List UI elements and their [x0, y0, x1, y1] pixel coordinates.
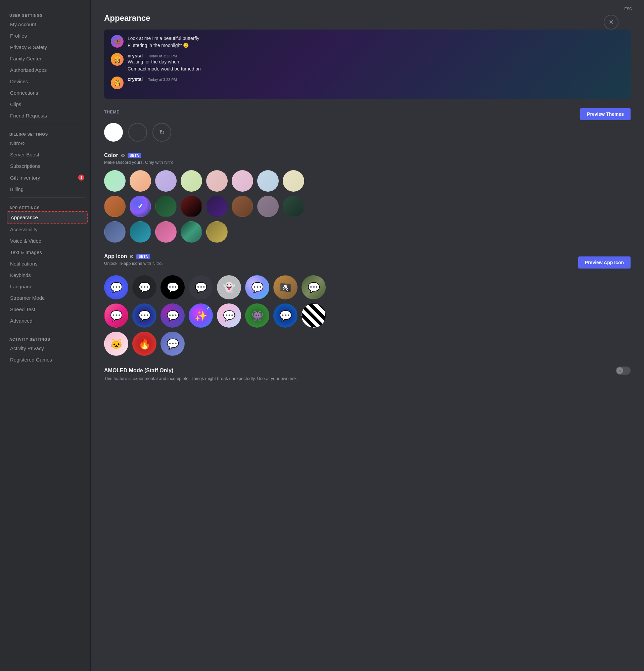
sidebar-item-text-images[interactable]: Text & Images	[7, 247, 88, 258]
page-title: Appearance	[104, 13, 631, 23]
app-icon-inner-i6: 💬	[246, 276, 269, 299]
preview-themes-button[interactable]: Preview Themes	[580, 108, 631, 120]
color-swatch-c11[interactable]	[155, 196, 177, 217]
color-swatch-c1[interactable]	[104, 170, 126, 192]
app-icon-i7[interactable]: 🏴‍☠️	[273, 275, 298, 300]
app-icon-i2[interactable]: 💬	[132, 275, 156, 300]
app-icon-i1[interactable]: 💬	[104, 275, 128, 300]
app-icon-i6[interactable]: 💬	[245, 275, 269, 300]
app-icon-i17[interactable]: 🐱	[104, 332, 128, 356]
sidebar-item-label-streamer-mode: Streamer Mode	[10, 295, 45, 301]
app-icon-i18[interactable]: 🔥	[132, 332, 156, 356]
color-swatch-c18[interactable]	[130, 221, 151, 243]
app-icon-i16[interactable]	[302, 303, 326, 328]
amoled-row: AMOLED Mode (Staff Only) ✕	[104, 367, 631, 375]
amoled-toggle[interactable]: ✕	[616, 367, 631, 375]
sidebar-item-subscriptions[interactable]: Subscriptions	[7, 161, 88, 172]
app-icon-i14[interactable]: 👾	[245, 303, 269, 328]
color-swatch-c16[interactable]	[283, 196, 304, 217]
sidebar-item-my-account[interactable]: My Account	[7, 19, 88, 30]
color-swatch-c5[interactable]	[206, 170, 228, 192]
app-icon-i19[interactable]: 💬	[161, 332, 185, 356]
color-swatch-c9[interactable]	[104, 196, 126, 217]
app-icon-title-row: App Icon ⊙ BETA	[104, 253, 163, 259]
app-icon-inner-i9: 💬	[105, 304, 128, 327]
sidebar-item-voice-video[interactable]: Voice & Video	[7, 235, 88, 246]
sidebar-item-appearance[interactable]: Appearance	[7, 211, 88, 224]
sidebar-item-accessibility[interactable]: Accessibility	[7, 224, 88, 235]
color-swatch-c19[interactable]	[155, 221, 177, 243]
color-swatch-c6[interactable]	[232, 170, 253, 192]
sidebar-item-label-activity-privacy: Activity Privacy	[10, 345, 44, 351]
theme-section: THEME Preview Themes ↻	[104, 108, 631, 142]
sidebar-item-language[interactable]: Language	[7, 281, 88, 292]
color-beta-badge: BETA	[128, 153, 141, 158]
sidebar-item-authorized-apps[interactable]: Authorized Apps	[7, 64, 88, 76]
app-icon-i12[interactable]: ✨	[189, 303, 213, 328]
sidebar-item-gift-inventory[interactable]: Gift Inventory1	[7, 172, 88, 183]
color-swatch-c12[interactable]	[181, 196, 202, 217]
theme-option-sync[interactable]: ↻	[152, 123, 171, 142]
sidebar-section-header-0: USER SETTINGS	[7, 8, 88, 19]
color-swatch-c7[interactable]	[257, 170, 279, 192]
app-icon-inner-i4: 💬	[189, 276, 212, 299]
sidebar-item-label-subscriptions: Subscriptions	[10, 163, 40, 169]
app-icon-grid: 💬💬💬💬👻💬🏴‍☠️💬💬💬💬✨💬👾💬🐱🔥💬	[104, 275, 631, 356]
app-icon-i3[interactable]: 💬	[161, 275, 185, 300]
app-icon-i8[interactable]: 💬	[302, 275, 326, 300]
color-swatch-c3[interactable]	[155, 170, 177, 192]
app-icon-i10[interactable]: 💬	[132, 303, 156, 328]
theme-option-light[interactable]	[104, 123, 123, 142]
sidebar-item-keybinds[interactable]: Keybinds	[7, 269, 88, 281]
app-icon-i9[interactable]: 💬	[104, 303, 128, 328]
sidebar-item-label-gift-inventory: Gift Inventory	[10, 175, 40, 181]
sidebar-item-streamer-mode[interactable]: Streamer Mode	[7, 292, 88, 303]
app-icon-inner-i1: 💬	[105, 276, 128, 299]
close-button[interactable]: ✕	[604, 15, 618, 29]
theme-label: THEME	[104, 110, 119, 114]
sidebar-item-registered-games[interactable]: Registered Games	[7, 354, 88, 365]
color-swatch-c2[interactable]	[130, 170, 151, 192]
theme-option-dark[interactable]	[128, 123, 147, 142]
sidebar-item-connections[interactable]: Connections	[7, 87, 88, 98]
color-title: Color	[104, 152, 118, 159]
app-icon-i4[interactable]: 💬	[189, 275, 213, 300]
app-icon-i11[interactable]: 💬	[161, 303, 185, 328]
app-icon-inner-i15: 💬	[274, 304, 297, 327]
color-swatch-c17[interactable]	[104, 221, 126, 243]
amoled-title: AMOLED Mode (Staff Only)	[104, 368, 173, 374]
app-icon-i13[interactable]: 💬	[217, 303, 241, 328]
app-icon-title-group: App Icon ⊙ BETA Unlock in-app icons with…	[104, 253, 163, 271]
chat-message-2: 👸 crystal Today at 3:23 PM Waiting for t…	[111, 53, 624, 73]
sidebar-item-friend-requests[interactable]: Friend Requests	[7, 110, 88, 121]
color-swatch-c4[interactable]	[181, 170, 202, 192]
color-swatch-c14[interactable]	[232, 196, 253, 217]
sidebar-item-speed-test[interactable]: Speed Test	[7, 304, 88, 315]
sidebar-item-privacy-safety[interactable]: Privacy & Safety	[7, 42, 88, 53]
sidebar-item-devices[interactable]: Devices	[7, 76, 88, 87]
sidebar-item-activity-privacy[interactable]: Activity Privacy	[7, 343, 88, 354]
sidebar-item-advanced[interactable]: Advanced	[7, 315, 88, 326]
sidebar-item-profiles[interactable]: Profiles	[7, 30, 88, 41]
app-icon-inner-i2: 💬	[133, 276, 156, 299]
color-swatch-c13[interactable]	[206, 196, 228, 217]
sidebar-item-clips[interactable]: Clips	[7, 99, 88, 110]
app-icon-subtitle: Unlock in-app icons with Nitro.	[104, 261, 163, 266]
color-swatch-c21[interactable]	[206, 221, 228, 243]
sidebar-item-nitro[interactable]: Nitro ⊙	[7, 138, 88, 149]
color-swatch-c10[interactable]	[130, 196, 151, 217]
color-swatch-c20[interactable]	[181, 221, 202, 243]
app-icon-i15[interactable]: 💬	[273, 303, 298, 328]
color-swatch-c8[interactable]	[283, 170, 304, 192]
preview-app-icon-button[interactable]: Preview App Icon	[578, 256, 631, 268]
sidebar-item-notifications[interactable]: Notifications	[7, 258, 88, 269]
app-icon-i5[interactable]: 👻	[217, 275, 241, 300]
sidebar-item-billing[interactable]: Billing	[7, 183, 88, 195]
sidebar-divider-3	[9, 368, 85, 368]
chat-message-3: 👸 crystal Today at 3:23 PM	[111, 77, 624, 89]
sidebar-item-family-center[interactable]: Family Center	[7, 53, 88, 64]
sidebar-item-label-authorized-apps: Authorized Apps	[10, 67, 47, 73]
sidebar-item-server-boost[interactable]: Server Boost	[7, 149, 88, 160]
sidebar-section-header-2: APP SETTINGS	[7, 200, 88, 211]
color-swatch-c15[interactable]	[257, 196, 279, 217]
